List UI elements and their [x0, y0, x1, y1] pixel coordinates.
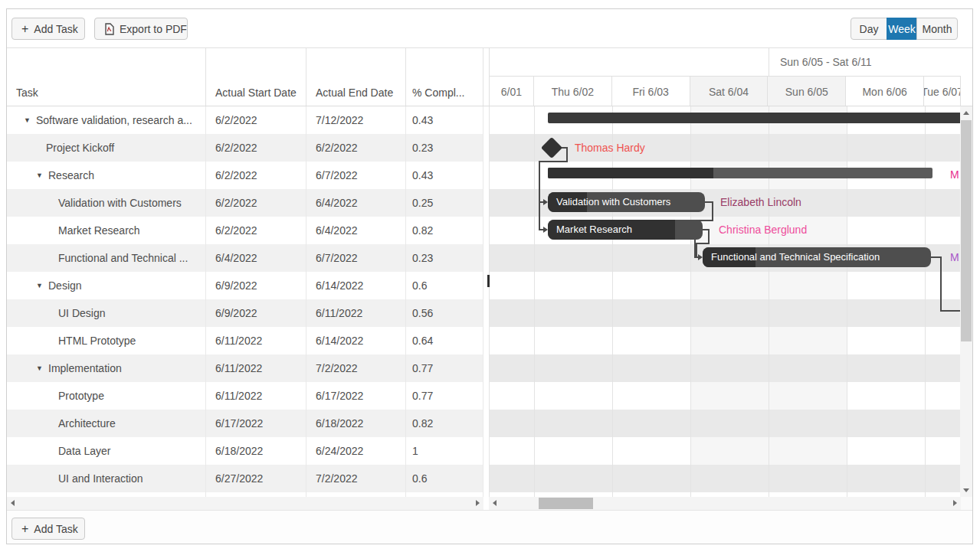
scroll-right-arrow-icon[interactable] [476, 500, 480, 506]
grid-column-divider [483, 106, 483, 501]
task-name-cell: UI Design [7, 307, 206, 319]
pdf-file-icon [104, 23, 114, 35]
view-day-button[interactable]: Day [851, 18, 887, 40]
percent-complete-cell: 0.64 [406, 335, 483, 347]
export-pdf-button[interactable]: Export to PDF [94, 18, 188, 40]
grid-row[interactable]: Architecture6/17/20226/18/20220.82 [7, 410, 483, 437]
vertical-scrollbar[interactable] [960, 106, 972, 497]
task-name: UI Design [58, 307, 105, 319]
end-date-cell: 7/12/2022 [306, 114, 406, 126]
task-name-cell: UI and Interaction [7, 472, 206, 485]
start-date-cell: 6/2/2022 [206, 169, 306, 181]
task-name-cell: Architecture [7, 417, 206, 430]
column-header-task[interactable]: Task [7, 48, 206, 106]
end-date-cell: 6/4/2022 [306, 224, 406, 237]
collapse-arrow-icon[interactable]: ▼ [36, 282, 48, 289]
end-date-cell: 6/17/2022 [306, 390, 406, 402]
add-task-button[interactable]: + Add Task [11, 18, 85, 40]
grid-row[interactable]: Market Research6/2/20226/4/20220.82 [7, 217, 483, 244]
collapse-arrow-icon[interactable]: ▼ [24, 116, 36, 124]
percent-complete-cell: 0.82 [406, 417, 483, 430]
collapse-arrow-icon[interactable]: ▼ [36, 364, 48, 372]
grid-row[interactable]: UI and Interaction6/27/20227/2/20220.6 [7, 465, 483, 492]
summary-bar[interactable] [548, 168, 932, 178]
milestone-diamond[interactable] [541, 137, 562, 158]
task-bar[interactable]: Validation with Customers [548, 192, 705, 212]
vertical-scrollbar-thumb[interactable] [961, 120, 972, 341]
week-scale-row: Sun 6/05 - Sat 6/11 [490, 48, 961, 77]
start-date-cell: 6/27/2022 [206, 472, 306, 485]
task-name-cell: Market Research [7, 224, 206, 237]
task-name: UI and Interaction [58, 472, 143, 485]
scroll-down-arrow-icon[interactable] [963, 488, 969, 492]
add-task-button-bottom[interactable]: + Add Task [11, 518, 85, 540]
start-date-cell: 6/4/2022 [206, 252, 306, 264]
percent-complete-cell: 0.77 [406, 390, 483, 402]
collapse-arrow-icon[interactable]: ▼ [36, 171, 48, 179]
grid-row[interactable]: ▼Research6/2/20226/7/20220.43 [7, 162, 483, 189]
day-header-cell: Sat 6/04 [690, 77, 769, 106]
bar-label: Market Research [548, 220, 703, 240]
plus-icon: + [21, 23, 28, 35]
task-name-cell: Data Layer [7, 445, 206, 457]
bar-label: Validation with Customers [548, 192, 705, 212]
grid-column-divider [306, 106, 306, 501]
day-header-cell: Thu 6/02 [534, 77, 612, 106]
task-name-cell: ▼Software validation, research a... [7, 114, 206, 126]
start-date-cell: 6/17/2022 [206, 417, 306, 430]
end-date-cell: 6/11/2022 [306, 307, 406, 319]
task-name: HTML Prototype [58, 335, 136, 347]
column-header-percent[interactable]: % Compl... [406, 48, 483, 106]
task-name-cell: Validation with Customers [7, 197, 206, 209]
percent-complete-cell: 0.77 [406, 362, 483, 374]
grid-row[interactable]: ▼Software validation, research a...6/2/2… [7, 106, 483, 134]
task-bars-layer: Validation with CustomersMarket Research… [490, 106, 961, 497]
column-header-end-date[interactable]: Actual End Date [306, 48, 406, 106]
grid-row[interactable]: ▼Implementation6/11/20227/2/20220.77 [7, 354, 483, 382]
task-name-cell: Prototype [7, 390, 206, 402]
grid-row[interactable]: Functional and Technical ...6/4/20226/7/… [7, 244, 483, 272]
task-name-cell: ▼Research [7, 169, 206, 181]
task-bar[interactable]: Functional and Technical Specification [703, 247, 931, 267]
add-task-label: Add Task [34, 23, 77, 35]
column-header-start-label: Actual Start Date [215, 87, 297, 99]
start-date-cell: 6/9/2022 [206, 307, 306, 319]
progress-fill[interactable] [548, 168, 713, 178]
timeline-body: Validation with CustomersMarket Research… [489, 106, 961, 497]
end-date-cell: 7/2/2022 [306, 362, 406, 374]
view-week-button[interactable]: Week [887, 18, 917, 40]
day-header-cell: Sun 6/05 [768, 77, 846, 106]
task-name: Data Layer [58, 445, 110, 457]
end-date-cell: 6/14/2022 [306, 279, 406, 292]
scroll-left-arrow-icon[interactable] [493, 500, 497, 506]
task-name: Design [48, 279, 82, 292]
week-cell-previous [490, 48, 769, 76]
grid-row[interactable]: ▼Design6/9/20226/14/20220.6 [7, 272, 483, 299]
grid-row[interactable]: HTML Prototype6/11/20226/14/20220.64 [7, 327, 483, 354]
scroll-right-arrow-icon[interactable] [953, 500, 957, 506]
start-date-cell: 6/2/2022 [206, 114, 306, 126]
grid-row[interactable]: Project Kickoff6/2/20226/2/20220.23 [7, 134, 483, 162]
scroll-left-arrow-icon[interactable] [11, 500, 15, 506]
grid-row[interactable]: Data Layer6/18/20226/24/20221 [7, 437, 483, 465]
timeline-scrollbar-thumb[interactable] [539, 498, 593, 509]
grid-header: Task Actual Start Date Actual End Date %… [7, 48, 483, 106]
column-header-task-label: Task [16, 87, 38, 99]
task-bar[interactable]: Market Research [548, 220, 703, 240]
grid-resizer-handle[interactable] [487, 275, 490, 287]
task-name-cell: ▼Design [7, 279, 206, 292]
grid-row[interactable]: Prototype6/11/20226/17/20220.77 [7, 382, 483, 410]
column-header-percent-label: % Compl... [412, 87, 464, 99]
view-month-button[interactable]: Month [916, 18, 958, 40]
percent-complete-cell: 0.43 [406, 169, 483, 181]
add-task-bottom-label: Add Task [34, 523, 77, 535]
grid-row[interactable]: UI Design6/9/20226/11/20220.56 [7, 299, 483, 327]
grid-row[interactable]: Validation with Customers6/2/20226/4/202… [7, 189, 483, 217]
column-header-start-date[interactable]: Actual Start Date [206, 48, 306, 106]
task-name: Architecture [58, 417, 116, 430]
scroll-up-arrow-icon[interactable] [963, 111, 969, 115]
timeline-horizontal-scrollbar[interactable] [489, 497, 961, 510]
task-name-cell: Project Kickoff [7, 142, 206, 154]
grid-horizontal-scrollbar[interactable] [7, 497, 483, 510]
project-bar[interactable] [548, 113, 961, 123]
